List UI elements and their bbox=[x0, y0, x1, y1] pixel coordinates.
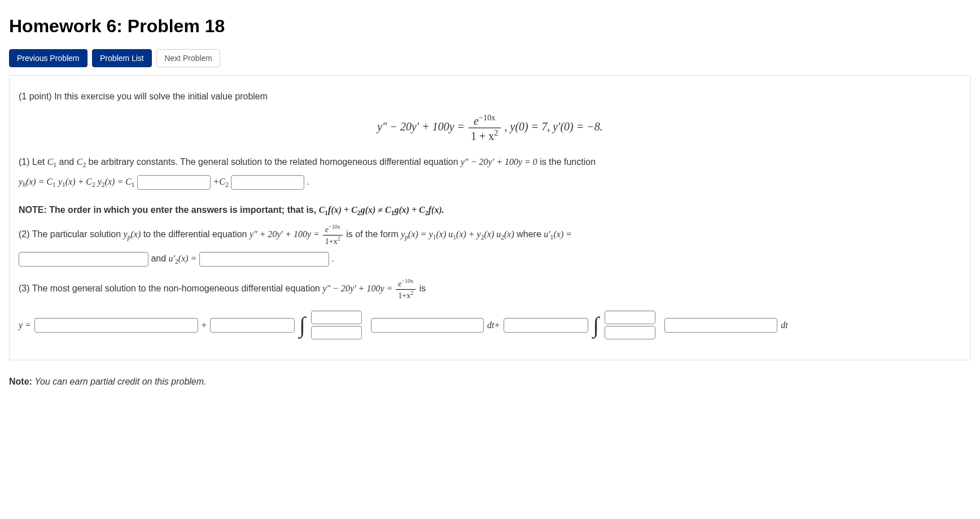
answer-u1prime-input[interactable] bbox=[19, 252, 148, 267]
general-solution-row: y = + ∫ dt+ ∫ dt bbox=[19, 311, 961, 339]
problem-list-button[interactable]: Problem List bbox=[92, 49, 152, 67]
problem-nav: Previous Problem Problem List Next Probl… bbox=[9, 49, 971, 67]
next-problem-button[interactable]: Next Problem bbox=[156, 49, 220, 67]
answer-int1-lower-input[interactable] bbox=[311, 326, 362, 339]
part1-text: (1) Let C1 and C2 be arbitrary constants… bbox=[19, 155, 961, 170]
problem-body: (1 point) In this exercise you will solv… bbox=[9, 75, 971, 360]
part3-text: (3) The most general solution to the non… bbox=[19, 278, 961, 300]
answer-general-term3-input[interactable] bbox=[504, 318, 588, 333]
answer-y1-input[interactable] bbox=[137, 175, 211, 190]
note-order: NOTE: The order in which you enter the a… bbox=[19, 203, 961, 218]
answer-int2-integrand-input[interactable] bbox=[664, 318, 777, 333]
part2-inputs: and u′2(x) = . bbox=[19, 252, 961, 267]
part1-equation: yh(x) = C1 y1(x) + C2 y2(x) = C1 +C2 . bbox=[19, 175, 961, 190]
answer-int1-integrand-input[interactable] bbox=[371, 318, 484, 333]
partial-credit-note: Note: You can earn partial credit on thi… bbox=[9, 375, 971, 388]
answer-y2-input[interactable] bbox=[231, 175, 304, 190]
intro-line: (1 point) In this exercise you will solv… bbox=[19, 90, 961, 103]
answer-int2-upper-input[interactable] bbox=[605, 311, 655, 324]
answer-general-term1-input[interactable] bbox=[34, 318, 198, 333]
previous-problem-button[interactable]: Previous Problem bbox=[9, 49, 88, 67]
answer-int1-upper-input[interactable] bbox=[311, 311, 362, 324]
integral-icon: ∫ bbox=[298, 314, 307, 337]
integral-icon: ∫ bbox=[592, 314, 600, 337]
part2-text: (2) The particular solution yp(x) to the… bbox=[19, 224, 961, 246]
page-title: Homework 6: Problem 18 bbox=[9, 16, 971, 37]
answer-u2prime-input[interactable] bbox=[199, 252, 329, 267]
main-ode: y″ − 20y′ + 100y = e−10x 1 + x2 , y(0) =… bbox=[19, 113, 961, 142]
answer-int2-lower-input[interactable] bbox=[605, 326, 655, 339]
answer-general-term2-input[interactable] bbox=[210, 318, 295, 333]
